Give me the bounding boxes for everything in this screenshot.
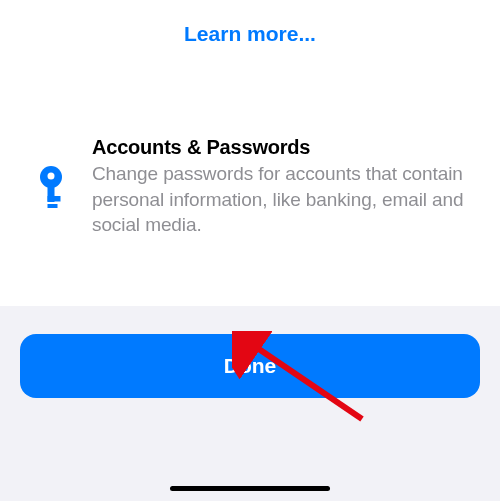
home-indicator[interactable]	[170, 486, 330, 491]
svg-rect-4	[48, 204, 58, 208]
section-title: Accounts & Passwords	[92, 136, 470, 159]
done-button[interactable]: Done	[20, 334, 480, 398]
svg-rect-3	[48, 196, 61, 202]
key-icon-wrap	[30, 136, 72, 208]
text-block: Accounts & Passwords Change passwords fo…	[92, 136, 470, 238]
accounts-passwords-block: Accounts & Passwords Change passwords fo…	[0, 76, 500, 278]
bottom-section: Done	[0, 306, 500, 501]
key-icon	[35, 166, 67, 208]
learn-more-link[interactable]: Learn more...	[0, 22, 500, 46]
section-description: Change passwords for accounts that conta…	[92, 161, 470, 238]
top-section: Learn more...	[0, 0, 500, 76]
svg-point-1	[48, 173, 55, 180]
